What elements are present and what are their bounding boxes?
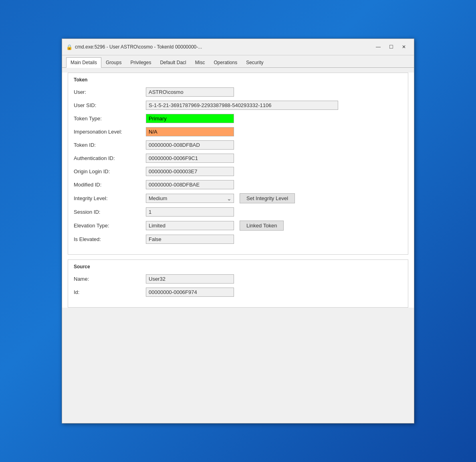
- tab-groups[interactable]: Groups: [101, 57, 126, 68]
- modified-id-field: 00000000-008DFBAE: [146, 180, 234, 189]
- token-type-row: Token Type: Primary: [74, 114, 402, 123]
- authentication-id-label: Authentication ID:: [74, 155, 146, 161]
- window-title: cmd.exe:5296 - User ASTRO\cosmo - TokenI…: [75, 44, 202, 50]
- elevation-type-field: Limited: [146, 221, 234, 230]
- source-name-row: Name: User32: [74, 274, 402, 284]
- source-section-title: Source: [74, 264, 402, 270]
- user-sid-row: User SID: S-1-5-21-3691787969-2293387988…: [74, 101, 402, 110]
- token-id-field: 00000000-008DFBAD: [146, 140, 234, 150]
- close-button[interactable]: ✕: [398, 42, 410, 52]
- token-section: Token User: ASTRO\cosmo User SID: S-1-5-…: [68, 73, 408, 255]
- maximize-button[interactable]: ☐: [385, 42, 397, 52]
- authentication-id-row: Authentication ID: 00000000-0006F9C1: [74, 154, 402, 163]
- impersonation-level-label: Impersonation Level:: [74, 129, 146, 135]
- user-sid-field: S-1-5-21-3691787969-2293387988-540293332…: [146, 101, 338, 110]
- integrity-level-select[interactable]: Untrusted Low Medium High System: [146, 194, 234, 203]
- token-type-label: Token Type:: [74, 116, 146, 122]
- tab-default-dacl[interactable]: Default Dacl: [155, 57, 190, 68]
- source-section: Source Name: User32 Id: 00000000-0006F97…: [68, 259, 408, 308]
- source-id-field: 00000000-0006F974: [146, 288, 234, 297]
- source-id-label: Id:: [74, 289, 146, 295]
- modified-id-row: Modified ID: 00000000-008DFBAE: [74, 180, 402, 189]
- session-id-label: Session ID:: [74, 209, 146, 215]
- is-elevated-row: Is Elevated: False: [74, 235, 402, 244]
- set-integrity-level-button[interactable]: Set Integrity Level: [240, 193, 295, 203]
- title-bar-controls: — ☐ ✕: [372, 42, 410, 52]
- content-area: Token User: ASTRO\cosmo User SID: S-1-5-…: [62, 73, 414, 308]
- tab-main-details[interactable]: Main Details: [66, 57, 101, 68]
- main-window: 🔒 cmd.exe:5296 - User ASTRO\cosmo - Toke…: [62, 38, 414, 424]
- source-id-row: Id: 00000000-0006F974: [74, 288, 402, 297]
- token-id-row: Token ID: 00000000-008DFBAD: [74, 140, 402, 150]
- linked-token-button[interactable]: Linked Token: [240, 221, 284, 231]
- user-sid-label: User SID:: [74, 102, 146, 108]
- impersonation-level-row: Impersonation Level: N/A: [74, 127, 402, 136]
- title-bar-left: 🔒 cmd.exe:5296 - User ASTRO\cosmo - Toke…: [66, 44, 202, 50]
- tab-bar: Main Details Groups Privileges Default D…: [62, 55, 414, 68]
- modified-id-label: Modified ID:: [74, 182, 146, 188]
- origin-login-id-row: Origin Login ID: 00000000-000003E7: [74, 167, 402, 176]
- source-name-field: User32: [146, 274, 234, 284]
- title-bar: 🔒 cmd.exe:5296 - User ASTRO\cosmo - Toke…: [62, 39, 414, 55]
- integrity-level-row: Integrity Level: Untrusted Low Medium Hi…: [74, 193, 402, 203]
- integrity-level-label: Integrity Level:: [74, 195, 146, 201]
- token-id-label: Token ID:: [74, 142, 146, 148]
- is-elevated-label: Is Elevated:: [74, 236, 146, 242]
- token-type-field: Primary: [146, 114, 234, 123]
- tab-operations[interactable]: Operations: [209, 57, 242, 68]
- tab-misc[interactable]: Misc: [191, 57, 210, 68]
- session-id-row: Session ID: 1: [74, 207, 402, 217]
- token-section-title: Token: [74, 77, 402, 83]
- origin-login-id-field: 00000000-000003E7: [146, 167, 234, 176]
- elevation-type-label: Elevation Type:: [74, 223, 146, 229]
- source-name-label: Name:: [74, 276, 146, 282]
- lock-icon: 🔒: [66, 44, 73, 50]
- tab-privileges[interactable]: Privileges: [126, 57, 155, 68]
- impersonation-level-field: N/A: [146, 127, 234, 136]
- authentication-id-field: 00000000-0006F9C1: [146, 154, 234, 163]
- minimize-button[interactable]: —: [372, 42, 384, 52]
- is-elevated-field: False: [146, 235, 234, 244]
- session-id-field: 1: [146, 207, 234, 217]
- user-row: User: ASTRO\cosmo: [74, 87, 402, 97]
- integrity-select-wrapper: Untrusted Low Medium High System: [146, 194, 234, 203]
- user-label: User:: [74, 89, 146, 95]
- origin-login-id-label: Origin Login ID:: [74, 168, 146, 174]
- elevation-type-row: Elevation Type: Limited Linked Token: [74, 221, 402, 231]
- tab-security[interactable]: Security: [242, 57, 268, 68]
- user-field: ASTRO\cosmo: [146, 87, 234, 97]
